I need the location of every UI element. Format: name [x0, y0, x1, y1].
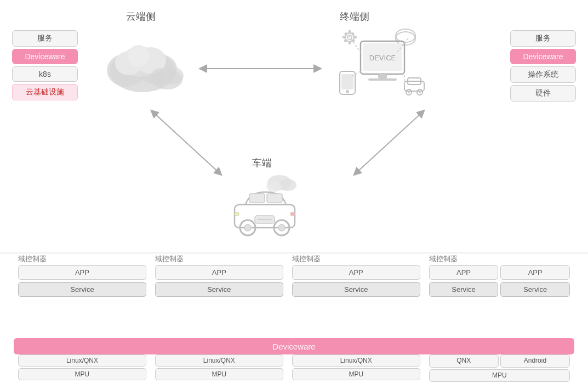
domain-label-text-3: 域控制器	[292, 255, 321, 263]
os2-mpu: MPU	[155, 368, 283, 380]
domain-label-1: 域控制器	[14, 254, 151, 264]
svg-point-31	[346, 90, 349, 93]
vehicle-label: 车端	[252, 156, 272, 170]
dc3-service: Service	[292, 282, 420, 297]
dc4-app1: APP	[429, 265, 499, 280]
svg-text:DEVICE: DEVICE	[369, 54, 396, 62]
dc-col-4: APP APP Service Service	[425, 265, 574, 297]
dc3-app: APP	[292, 265, 420, 280]
domain-label-2: 域控制器	[151, 254, 288, 264]
os4-android: Android	[500, 354, 570, 368]
cloud-svg	[96, 33, 189, 99]
dc2-app: APP	[155, 265, 283, 280]
svg-point-9	[162, 67, 184, 85]
terminal-hardware-item: 硬件	[510, 85, 576, 102]
os3-mpu: MPU	[292, 368, 420, 380]
svg-rect-28	[368, 78, 397, 81]
terminal-os-item: 操作系统	[510, 66, 576, 83]
svg-point-21	[396, 32, 415, 45]
terminal-deviceware-item: Deviceware	[510, 49, 576, 64]
cloud-infra-item: 云基础设施	[12, 84, 78, 100]
svg-point-47	[266, 181, 282, 192]
terminal-service-item: 服务	[510, 30, 576, 47]
cloud-side-label: 云端侧	[126, 10, 156, 23]
os-col-2: Linux/QNX MPU	[151, 354, 288, 382]
cloud-service-item: 服务	[12, 30, 78, 47]
domain-label-4: 域控制器	[425, 254, 574, 264]
svg-point-35	[408, 91, 410, 93]
svg-rect-56	[290, 212, 295, 216]
svg-rect-13	[349, 41, 351, 44]
app-service-row: APP Service APP Service APP Service APP …	[14, 265, 574, 297]
svg-point-6	[128, 45, 150, 67]
svg-rect-50	[267, 194, 282, 202]
dc4-app2: APP	[500, 265, 570, 280]
os-col-1: Linux/QNX MPU	[14, 354, 151, 382]
terminal-stack: 服务 Deviceware 操作系统 硬件	[510, 30, 576, 102]
svg-rect-27	[378, 74, 387, 78]
domain-labels-row: 域控制器 域控制器 域控制器 域控制器	[14, 254, 574, 264]
cloud-illustration	[88, 27, 197, 104]
svg-rect-55	[235, 212, 239, 216]
svg-rect-30	[341, 74, 353, 89]
os-col-4: QNX Android MPU	[425, 354, 574, 382]
dc1-service: Service	[18, 282, 146, 297]
domain-label-3: 域控制器	[288, 254, 425, 264]
os1-linux: Linux/QNX	[18, 354, 146, 367]
os2-linux: Linux/QNX	[155, 354, 283, 367]
os1-mpu: MPU	[18, 368, 146, 380]
terminal-illustration: DEVICE	[318, 19, 438, 107]
cloud-stack: 服务 Deviceware k8s 云基础设施	[12, 30, 78, 100]
domain-label-text-4: 域控制器	[429, 255, 458, 263]
svg-point-54	[278, 224, 285, 231]
svg-line-44	[356, 112, 422, 173]
cloud-terminal-arrow	[195, 60, 326, 77]
svg-rect-49	[249, 194, 265, 202]
deviceware-bar: Deviceware	[14, 338, 574, 354]
svg-rect-12	[349, 30, 351, 33]
dc4-service2: Service	[500, 282, 570, 297]
domain-label-text-2: 域控制器	[155, 255, 184, 263]
os-col-3: Linux/QNX MPU	[288, 354, 425, 382]
dc-col-2: APP Service	[151, 265, 288, 297]
cloud-deviceware-item: Deviceware	[12, 49, 78, 64]
terminal-car-arrow	[340, 102, 438, 184]
os-mpu-row: Linux/QNX MPU Linux/QNX MPU Linux/QNX MP…	[14, 354, 574, 382]
svg-rect-18	[351, 32, 355, 35]
svg-point-37	[419, 91, 421, 93]
dc2-service: Service	[155, 282, 283, 297]
svg-point-52	[244, 224, 251, 231]
os4-qnx: QNX	[429, 354, 499, 368]
os4-mpu: MPU	[429, 369, 570, 382]
dc-col-3: APP Service	[288, 265, 425, 297]
svg-point-20	[396, 29, 415, 42]
car-svg	[225, 173, 312, 239]
cloud-k8s-item: k8s	[12, 66, 78, 82]
svg-rect-14	[342, 36, 346, 38]
dc4-service1: Service	[429, 282, 499, 297]
main-container: 云端侧 终端侧 车端 服务 Deviceware k8s 云基础设施 服务 De…	[0, 0, 588, 383]
domain-label-text-1: 域控制器	[18, 255, 47, 263]
svg-rect-16	[344, 32, 347, 35]
svg-point-46	[279, 179, 296, 191]
dc1-app: APP	[18, 265, 146, 280]
dc-col-1: APP Service	[14, 265, 151, 297]
top-section: 云端侧 终端侧 车端 服务 Deviceware k8s 云基础设施 服务 De…	[0, 0, 588, 252]
car-illustration	[219, 170, 318, 241]
os3-linux: Linux/QNX	[292, 354, 420, 367]
terminal-svg: DEVICE	[323, 22, 433, 104]
svg-line-43	[153, 112, 219, 173]
svg-rect-15	[353, 36, 357, 38]
